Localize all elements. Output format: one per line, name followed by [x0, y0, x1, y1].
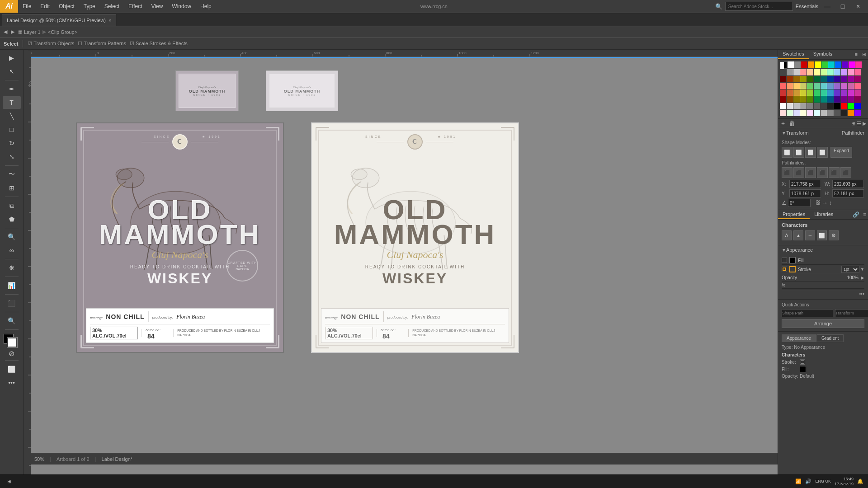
char-icon1[interactable]: A — [782, 230, 792, 240]
swatch-d2[interactable] — [787, 69, 793, 75]
swatch-d9[interactable] — [834, 69, 840, 75]
menu-file[interactable]: File — [18, 0, 36, 13]
properties-link-icon[interactable]: 🔗 — [851, 210, 861, 219]
taskbar-start[interactable]: ⊞ — [4, 476, 14, 487]
tool-blend[interactable]: ∞ — [3, 244, 21, 257]
tool-symbol-sprayer[interactable]: ❋ — [3, 262, 21, 274]
swatch-i4[interactable] — [800, 103, 807, 109]
swatch-black[interactable] — [780, 61, 787, 69]
swatch-e1[interactable] — [780, 76, 786, 82]
swatch-g10[interactable] — [841, 89, 847, 96]
swatch-i5[interactable] — [807, 103, 813, 109]
stroke-chars-checkbox[interactable] — [800, 359, 805, 365]
swatch-g5[interactable] — [807, 89, 813, 96]
appearance-tab[interactable]: Appearance — [782, 334, 816, 342]
label-card-right[interactable]: C SINCE ★ 1991 — [311, 122, 519, 353]
swatch-white[interactable] — [788, 61, 794, 68]
transform-objects-checkbox[interactable]: ☑ Transform Objects — [28, 41, 74, 47]
swatch-delete-btn[interactable]: 🗑 — [788, 120, 797, 127]
swatch-f3[interactable] — [793, 83, 800, 89]
symbols-tab[interactable]: Symbols — [809, 50, 837, 59]
swatch-e10[interactable] — [841, 76, 847, 82]
appearance-more-icon[interactable]: ••• — [859, 291, 864, 296]
tool-pen[interactable]: ✒ — [3, 83, 21, 95]
exclude-btn[interactable]: ⬜ — [817, 147, 828, 158]
swatch-e9[interactable] — [834, 76, 840, 82]
breadcrumb-layer[interactable]: Layer 1 — [24, 29, 41, 35]
swatch-d5[interactable] — [807, 69, 813, 75]
swatch-g4[interactable] — [800, 89, 807, 96]
win-minimize[interactable]: — — [821, 0, 834, 13]
x-input[interactable] — [789, 180, 821, 188]
swatch-f6[interactable] — [814, 83, 820, 89]
stroke-dropdown[interactable]: 1pt ▼ — [841, 266, 864, 273]
menu-edit[interactable]: Edit — [36, 0, 54, 13]
swatch-j9[interactable] — [834, 110, 840, 116]
swatch-c4[interactable] — [815, 61, 821, 68]
swatch-i2[interactable] — [787, 103, 793, 109]
tool-direct-select[interactable]: ↖ — [3, 65, 21, 78]
zoom-level[interactable]: 50% — [34, 456, 44, 462]
swatch-e11[interactable] — [848, 76, 854, 82]
w-input[interactable] — [832, 180, 864, 188]
tool-artboard[interactable]: ⬛ — [3, 297, 21, 310]
swatch-g12[interactable] — [854, 89, 861, 96]
swatch-i12[interactable] — [854, 103, 861, 109]
fill-stroke-colors[interactable] — [4, 334, 20, 347]
tool-rect[interactable]: □ — [3, 123, 21, 136]
swatch-h3[interactable] — [793, 96, 800, 103]
stroke-color-swatch[interactable] — [789, 266, 796, 272]
swatch-e7[interactable] — [821, 76, 827, 82]
swatch-e6[interactable] — [814, 76, 820, 82]
swatch-f8[interactable] — [827, 83, 834, 89]
swatch-f7[interactable] — [821, 83, 827, 89]
swatch-e8[interactable] — [827, 76, 834, 82]
tool-scale[interactable]: ⤡ — [3, 150, 21, 163]
swatch-j4[interactable] — [800, 110, 807, 116]
swatch-f1[interactable] — [780, 83, 786, 89]
tool-rotate[interactable]: ↻ — [3, 137, 21, 150]
swatch-g3[interactable] — [793, 89, 800, 96]
taskbar-volume[interactable]: 🔊 — [805, 479, 811, 484]
swatch-h1[interactable] — [780, 96, 786, 103]
swatch-f12[interactable] — [854, 83, 861, 89]
menu-type[interactable]: Type — [79, 0, 100, 13]
scale-strokes-checkbox[interactable]: ☑ Scale Strokes & Effects — [130, 41, 188, 47]
swatch-h2[interactable] — [787, 96, 793, 103]
swatches-menu-icon[interactable]: ≡ — [852, 50, 860, 59]
swatch-j6[interactable] — [814, 110, 820, 116]
fill-color-swatch[interactable] — [789, 257, 796, 263]
angle-input[interactable] — [788, 199, 811, 207]
swatch-f10[interactable] — [841, 83, 847, 89]
transform-header[interactable]: ▼ Transform Pathfinder — [778, 128, 868, 137]
tool-warp[interactable]: 〜 — [3, 168, 21, 181]
tool-change-screen[interactable]: ⬜ — [3, 363, 21, 375]
tool-zoom[interactable]: 🔍 — [3, 314, 21, 327]
swatch-j1[interactable] — [780, 110, 786, 116]
swatch-j12[interactable] — [854, 110, 861, 116]
win-maximize[interactable]: □ — [836, 0, 849, 13]
swatch-h10[interactable] — [841, 96, 847, 103]
swatch-c7[interactable] — [835, 61, 841, 68]
swatch-j11[interactable] — [848, 110, 854, 116]
swatch-add-btn[interactable]: + — [780, 120, 786, 127]
properties-tab[interactable]: Properties — [778, 210, 810, 219]
swatch-i3[interactable] — [793, 103, 800, 109]
minus-front-btn[interactable]: ⬜ — [793, 147, 804, 158]
swatch-d4[interactable] — [800, 69, 807, 75]
y-input[interactable] — [789, 189, 821, 197]
swatch-e12[interactable] — [854, 76, 861, 82]
flip-v[interactable]: ↕ — [829, 200, 832, 206]
swatch-f4[interactable] — [800, 83, 807, 89]
transform-patterns-checkbox[interactable]: ☐ Transform Patterns — [78, 41, 126, 47]
swatch-c6[interactable] — [828, 61, 835, 68]
swatch-h11[interactable] — [848, 96, 854, 103]
swatch-c10[interactable] — [855, 61, 862, 68]
stroke-checkbox[interactable] — [782, 267, 787, 272]
swatch-f2[interactable] — [787, 83, 793, 89]
swatch-h5[interactable] — [807, 96, 813, 103]
swatch-h12[interactable] — [854, 96, 861, 103]
menu-object[interactable]: Object — [54, 0, 79, 13]
intersect-btn[interactable]: ⬜ — [805, 147, 816, 158]
pf-trim-btn[interactable]: ⬛ — [793, 167, 804, 178]
